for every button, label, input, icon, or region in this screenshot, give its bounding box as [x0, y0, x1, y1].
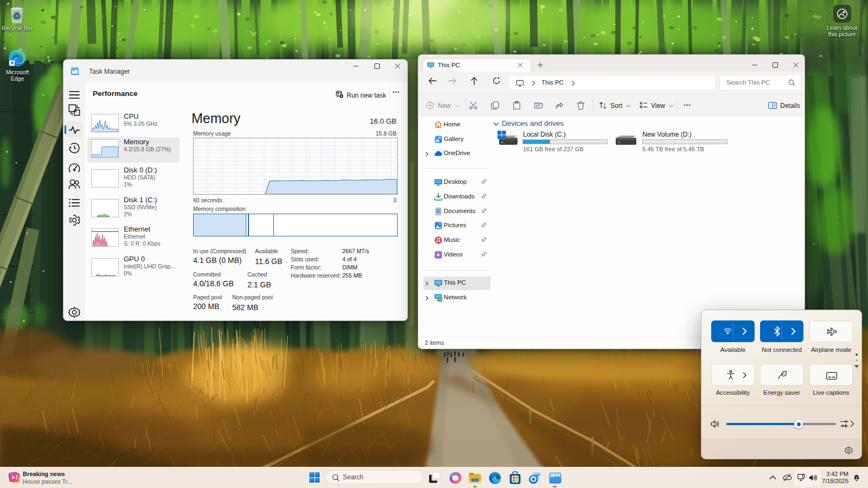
svg-text:z: z [856, 476, 857, 479]
svg-text:♻: ♻ [12, 11, 21, 21]
